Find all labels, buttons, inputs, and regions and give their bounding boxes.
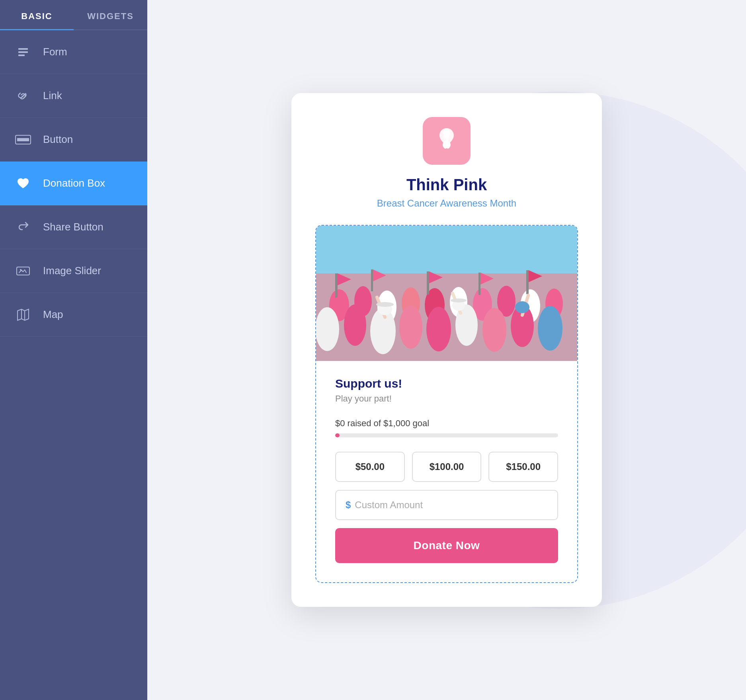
map-label: Map — [43, 308, 63, 321]
donation-widget: Support us! Play your part! $0 raised of… — [315, 225, 578, 583]
svg-point-30 — [538, 306, 562, 351]
sidebar-item-share-button[interactable]: Share Button — [0, 205, 147, 249]
image-slider-label: Image Slider — [43, 265, 101, 277]
donation-box-label: Donation Box — [43, 177, 105, 189]
sidebar: BASIC WIDGETS Form Link — [0, 0, 147, 700]
donate-now-button[interactable]: Donate Now — [335, 528, 558, 563]
svg-rect-35 — [427, 271, 429, 294]
svg-point-6 — [20, 269, 21, 271]
sidebar-item-form[interactable]: Form — [0, 30, 147, 74]
svg-point-26 — [426, 307, 451, 351]
sidebar-item-map[interactable]: Map — [0, 293, 147, 337]
button-icon — [14, 131, 32, 148]
svg-point-46 — [515, 301, 529, 313]
card-header: Think Pink Breast Cancer Awareness Month — [315, 117, 578, 209]
sidebar-item-button[interactable]: Button — [0, 118, 147, 162]
donation-content: Support us! Play your part! $0 raised of… — [316, 361, 577, 582]
donation-image — [316, 226, 577, 361]
svg-rect-37 — [478, 273, 480, 295]
progress-bar — [335, 433, 558, 437]
ribbon-icon — [435, 124, 459, 158]
sidebar-item-link[interactable]: Link — [0, 74, 147, 118]
sidebar-tabs: BASIC WIDGETS — [0, 0, 147, 30]
amount-btn-50[interactable]: $50.00 — [335, 452, 405, 482]
svg-point-28 — [482, 308, 506, 352]
image-slider-icon — [14, 262, 32, 280]
button-label: Button — [43, 133, 73, 146]
svg-point-48 — [451, 298, 467, 302]
form-label: Form — [43, 46, 67, 58]
svg-point-22 — [316, 307, 339, 351]
svg-rect-31 — [335, 273, 338, 297]
map-icon — [14, 306, 32, 324]
svg-rect-1 — [18, 51, 28, 53]
sidebar-item-donation-box[interactable]: Donation Box — [0, 162, 147, 205]
svg-rect-39 — [526, 270, 529, 294]
heart-icon — [14, 175, 32, 192]
card-subtitle: Breast Cancer Awareness Month — [315, 198, 578, 209]
share-icon — [14, 218, 32, 236]
svg-point-25 — [399, 306, 422, 349]
card-title: Think Pink — [315, 176, 578, 194]
custom-amount-field[interactable]: $ Custom Amount — [335, 490, 558, 520]
progress-label: $0 raised of $1,000 goal — [335, 418, 558, 429]
support-title: Support us! — [335, 377, 558, 390]
amount-btn-150[interactable]: $150.00 — [488, 452, 558, 482]
svg-rect-4 — [17, 138, 29, 141]
content-area: Think Pink Breast Cancer Awareness Month — [147, 0, 746, 700]
form-icon — [14, 43, 32, 61]
amount-buttons: $50.00 $100.00 $150.00 — [335, 452, 558, 482]
tab-basic[interactable]: BASIC — [0, 0, 74, 29]
svg-marker-7 — [18, 309, 29, 320]
link-icon — [14, 87, 32, 105]
custom-amount-placeholder: Custom Amount — [355, 499, 423, 511]
amount-btn-100[interactable]: $100.00 — [412, 452, 482, 482]
support-subtitle: Play your part! — [335, 394, 558, 404]
main-container: BASIC WIDGETS Form Link — [0, 0, 746, 700]
tab-widgets[interactable]: WIDGETS — [74, 0, 147, 29]
svg-rect-0 — [18, 48, 28, 50]
progress-bar-fill — [335, 433, 340, 437]
svg-rect-5 — [17, 267, 29, 275]
sidebar-item-image-slider[interactable]: Image Slider — [0, 249, 147, 293]
link-label: Link — [43, 90, 62, 102]
svg-point-47 — [376, 302, 394, 307]
svg-point-23 — [344, 304, 366, 346]
preview-card: Think Pink Breast Cancer Awareness Month — [291, 93, 602, 607]
svg-rect-33 — [371, 269, 373, 291]
share-button-label: Share Button — [43, 221, 104, 233]
ribbon-icon-wrap — [423, 117, 471, 165]
dollar-sign: $ — [346, 499, 351, 511]
svg-rect-2 — [18, 55, 25, 56]
